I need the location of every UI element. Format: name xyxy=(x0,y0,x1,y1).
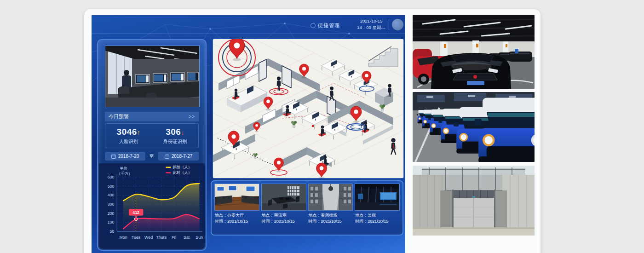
app-logo-icon xyxy=(310,23,316,28)
prison-block-image xyxy=(309,184,353,210)
camera-thumb-interrogation[interactable] xyxy=(262,184,306,210)
camera-thumb-prison-block[interactable] xyxy=(309,184,353,210)
svg-text:抓拍（人）: 抓拍（人） xyxy=(172,165,192,169)
svg-text:100: 100 xyxy=(108,220,115,224)
industrial-gate-image xyxy=(413,166,535,236)
svg-text:（千万）: （千万） xyxy=(117,171,132,176)
camera-location: 地点：看所操场 xyxy=(309,213,353,218)
camera-caption: 地点：看所操场 时间：2021/10/15 xyxy=(309,213,353,224)
svg-text:300: 300 xyxy=(108,202,115,207)
date-separator: 至 xyxy=(150,153,154,160)
control-room-image xyxy=(355,184,399,210)
camera-time: 时间：2021/10/15 xyxy=(355,218,399,224)
stat-face-recognition: 3046↑ 人脸识别 xyxy=(105,124,152,148)
stat-face-value: 3046 xyxy=(117,127,137,137)
date-to-value: 2018-7-27 xyxy=(172,154,193,159)
hall-image xyxy=(215,184,259,210)
dashboard-header: 便捷管理 2021-10-15 14：00 星期二 xyxy=(92,15,405,34)
svg-text:600: 600 xyxy=(108,175,115,179)
svg-text:Tues: Tues xyxy=(132,235,141,240)
screenshot-stage: 便捷管理 2021-10-15 14：00 星期二 xyxy=(0,0,644,253)
camera-time: 时间：2021/10/15 xyxy=(215,218,259,224)
stat-id-recognition: 306↓ 身份证识别 xyxy=(152,124,198,148)
time-text: 14：00 星期二 xyxy=(356,24,386,31)
svg-text:200: 200 xyxy=(108,211,115,216)
office-map-illustration xyxy=(213,39,403,178)
camera-time: 时间：2021/10/15 xyxy=(309,218,353,224)
camera-location: 地点：审讯室 xyxy=(262,213,306,218)
svg-text:412: 412 xyxy=(132,210,139,215)
camera-caption: 地点：审讯室 时间：2021/10/15 xyxy=(262,213,306,224)
calendar-icon xyxy=(165,154,169,159)
alert-header-label: 今日预警 xyxy=(109,113,129,120)
svg-text:单位: 单位 xyxy=(120,166,127,171)
calendar-icon xyxy=(111,154,116,159)
svg-text:Fri: Fri xyxy=(172,235,176,240)
interrogation-room-image xyxy=(262,184,306,210)
stat-face-label: 人脸识别 xyxy=(105,138,152,145)
trend-chart: 50100200300400500600MonTuesWedThursFriSa… xyxy=(99,163,205,249)
trend-up-icon: ↑ xyxy=(137,129,141,136)
svg-text:Thurs: Thurs xyxy=(156,235,167,240)
datetime-display: 2021-10-15 14：00 星期二 xyxy=(356,18,386,31)
camera-time: 时间：2021/10/15 xyxy=(262,218,306,224)
svg-text:500: 500 xyxy=(108,184,115,189)
stat-id-label: 身份证识别 xyxy=(152,138,198,145)
camera-thumbs-row xyxy=(215,184,399,210)
monitor-room-photo xyxy=(105,46,200,107)
date-text: 2021-10-15 xyxy=(356,18,386,24)
user-avatar[interactable] xyxy=(392,19,403,30)
alert-more-button[interactable]: >> xyxy=(189,114,195,119)
app-title-text: 便捷管理 xyxy=(318,22,340,29)
app-title: 便捷管理 xyxy=(310,22,340,29)
svg-text:Sat: Sat xyxy=(184,235,190,240)
blue-cars-image xyxy=(413,92,535,162)
stat-id-value: 306 xyxy=(166,127,181,137)
camera-caption: 地点：监狱 时间：2021/10/15 xyxy=(355,213,399,224)
camera-feeds-panel: 地点：办案大厅 时间：2021/10/15 地点：审讯室 时间：2021/10/… xyxy=(211,180,403,236)
svg-text:Mon: Mon xyxy=(119,235,127,240)
left-stats-panel: 今日预警 >> 3046↑ 人脸识别 306↓ 身份证识别 2018-7-20 xyxy=(97,39,207,251)
camera-caption: 地点：办案大厅 时间：2021/10/15 xyxy=(215,213,259,224)
trend-down-icon: ↓ xyxy=(181,129,184,136)
svg-text:400: 400 xyxy=(108,193,115,197)
svg-text:Wed: Wed xyxy=(144,235,153,240)
camera-captions-row: 地点：办案大厅 时间：2021/10/15 地点：审讯室 时间：2021/10/… xyxy=(215,213,399,224)
header-divider xyxy=(389,19,389,30)
date-from-value: 2018-7-20 xyxy=(118,154,139,159)
dashboard: 便捷管理 2021-10-15 14：00 星期二 xyxy=(92,15,405,253)
parking-garage-photo xyxy=(413,15,535,89)
trend-chart-panel: 50100200300400500600MonTuesWedThursFriSa… xyxy=(99,163,205,249)
parking-garage-image xyxy=(413,15,535,89)
date-to-button[interactable]: 2018-7-27 xyxy=(158,152,199,161)
alert-stats-box: 3046↑ 人脸识别 306↓ 身份证识别 xyxy=(105,123,199,148)
camera-location: 地点：办案大厅 xyxy=(215,213,259,218)
camera-location: 地点：监狱 xyxy=(355,213,399,218)
office-map-panel xyxy=(213,39,403,178)
date-range-row: 2018-7-20 至 2018-7-27 xyxy=(105,152,199,161)
camera-thumb-control-room[interactable] xyxy=(355,184,399,210)
svg-text:50: 50 xyxy=(110,229,115,234)
svg-text:比对（人）: 比对（人） xyxy=(172,170,192,175)
blue-cars-photo xyxy=(413,92,535,162)
svg-text:Sun: Sun xyxy=(196,235,203,240)
industrial-gate-photo xyxy=(413,166,535,236)
alert-header-bar: 今日预警 >> xyxy=(105,112,199,121)
camera-thumb-hall[interactable] xyxy=(215,184,259,210)
date-from-button[interactable]: 2018-7-20 xyxy=(105,152,145,161)
